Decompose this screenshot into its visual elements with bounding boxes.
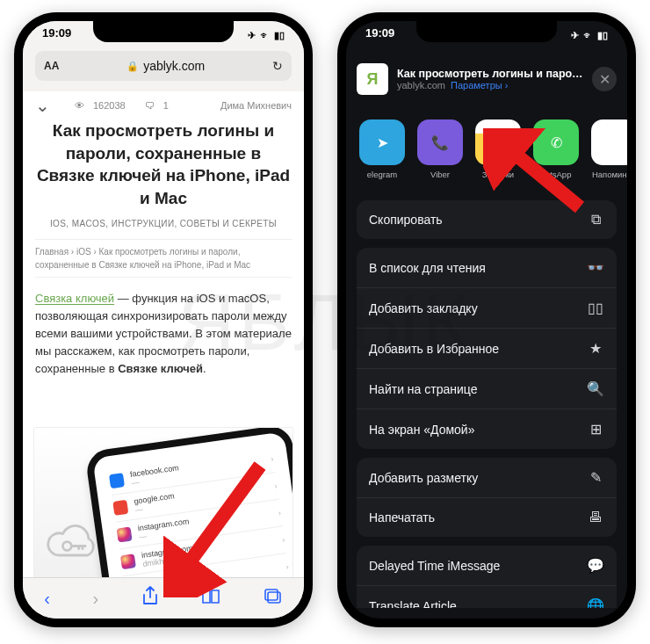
screen-right: 19:09 ✈ ᯤ ▮▯ Я Как просмотреть логины и … <box>346 21 627 619</box>
share-sheet-header: Я Как просмотреть логины и пароли,... ya… <box>357 63 617 95</box>
svg-rect-1 <box>268 592 280 603</box>
share-app-reminders[interactable]: ⋮ Напоминан <box>589 119 627 179</box>
chevron-right-icon: › <box>282 535 285 544</box>
categories: IOS, MACOS, ИНСТРУКЦИИ, СОВЕТЫ И СЕКРЕТЫ <box>35 219 292 228</box>
airplane-icon: ✈ <box>571 30 579 41</box>
inline-image: facebook.com— › google.com— › instagram.… <box>33 427 293 578</box>
notes-icon <box>475 119 521 165</box>
action-copy-group: Скопировать ⧉ <box>357 200 617 239</box>
views-count: 162038 <box>93 100 126 111</box>
article-title: Как просмотреть логины и пароли, сохране… <box>35 119 292 210</box>
comments-icon: 🗨 <box>145 100 155 111</box>
views-icon: 👁 <box>75 100 84 111</box>
viber-icon: 📞 <box>417 119 463 165</box>
battery-icon: ▮▯ <box>597 30 608 41</box>
site-icon <box>112 500 128 516</box>
home-icon: ⊞ <box>587 421 604 438</box>
action-group-1: В список для чтения 👓Добавить закладку ▯… <box>357 248 617 449</box>
chevron-right-icon: › <box>274 481 278 490</box>
action-label: Translate Article <box>369 599 457 609</box>
action-print[interactable]: Напечатать 🖶 <box>357 497 617 537</box>
action-find[interactable]: Найти на странице 🔍 <box>357 368 617 409</box>
chevron-right-icon: › <box>271 454 274 463</box>
tabs-icon[interactable] <box>264 588 283 610</box>
share-thumbnail: Я <box>357 63 388 95</box>
telegram-icon: ➤ <box>359 119 405 165</box>
bookmarks-icon[interactable] <box>201 589 220 609</box>
app-label: Напоминан <box>589 170 627 179</box>
action-label: Найти на странице <box>369 382 477 396</box>
share-app-whatsapp[interactable]: ✆ hatsApp <box>531 119 581 179</box>
phone-left-frame: 19:09 ✈ ᯤ ▮▯ AA 🔒 yablyk.com ↻ ⌄ 👁 1620 <box>14 12 313 627</box>
domain-label: yablyk.com <box>143 59 205 73</box>
markup-icon: ✎ <box>587 469 604 486</box>
action-readlist[interactable]: В список для чтения 👓 <box>357 248 617 287</box>
action-group-2: Добавить разметку ✎Напечатать 🖶 <box>357 458 617 537</box>
fav-icon: ★ <box>587 340 604 357</box>
share-icon[interactable] <box>141 586 159 611</box>
find-icon: 🔍 <box>587 380 604 397</box>
share-app-notes[interactable]: Заметки <box>473 119 524 179</box>
airplane-icon: ✈ <box>248 30 256 41</box>
forward-icon: › <box>92 589 98 609</box>
action-fav[interactable]: Добавить в Избранное ★ <box>357 328 617 368</box>
svg-rect-2 <box>265 590 278 600</box>
notch <box>416 21 557 42</box>
keychain-link[interactable]: Связка ключей <box>35 292 114 305</box>
action-home[interactable]: На экран «Домой» ⊞ <box>357 409 617 449</box>
back-icon[interactable]: ‹ <box>44 589 50 609</box>
action-label: Напечатать <box>369 510 435 525</box>
action-delayed[interactable]: Delayed Time iMessage 💬 <box>357 546 617 585</box>
screen-left: 19:09 ✈ ᯤ ▮▯ AA 🔒 yablyk.com ↻ ⌄ 👁 1620 <box>23 21 304 619</box>
aa-button[interactable]: AA <box>44 60 59 72</box>
close-icon[interactable]: ✕ <box>592 67 617 91</box>
share-apps-row[interactable]: ➤ elegram📞 Viber Заметки✆ hatsApp⋮ Напом… <box>346 119 627 179</box>
status-icons: ✈ ᯤ ▮▯ <box>571 26 608 44</box>
share-title: Как просмотреть логины и пароли,... <box>397 68 583 80</box>
action-markup[interactable]: Добавить разметку ✎ <box>357 458 617 497</box>
paragraph-bold: Связке ключей <box>118 362 203 375</box>
lock-icon: 🔒 <box>126 61 139 72</box>
phone-right-frame: 19:09 ✈ ᯤ ▮▯ Я Как просмотреть логины и … <box>337 12 636 627</box>
reminders-icon: ⋮ <box>591 119 627 165</box>
url-bar[interactable]: AA 🔒 yablyk.com ↻ <box>35 51 292 81</box>
action-label: На экран «Домой» <box>369 423 474 437</box>
whatsapp-icon: ✆ <box>533 119 579 165</box>
site-icon <box>117 527 133 543</box>
paragraph-dot: . <box>203 362 206 375</box>
meta-row: ⌄ 👁 162038 🗨 1 Дима Михневич <box>35 98 292 116</box>
wifi-icon: ᯤ <box>260 30 270 40</box>
comments-count: 1 <box>163 100 169 111</box>
page-content: ⌄ 👁 162038 🗨 1 Дима Михневич Как просмот… <box>23 91 304 578</box>
app-label: hatsApp <box>531 170 581 179</box>
app-label: Viber <box>415 170 466 179</box>
share-app-telegram[interactable]: ➤ elegram <box>357 119 408 179</box>
action-copy[interactable]: Скопировать ⧉ <box>357 200 617 239</box>
cloud-key-icon <box>41 521 103 565</box>
action-label: Добавить закладку <box>369 301 478 315</box>
action-label: В список для чтения <box>369 261 486 275</box>
action-label: Скопировать <box>369 213 443 227</box>
action-label: Добавить разметку <box>369 471 478 485</box>
copy-icon: ⧉ <box>587 212 604 228</box>
chevron-right-icon: › <box>285 562 289 571</box>
action-translate[interactable]: Translate Article 🌐 <box>357 585 617 608</box>
site-icon <box>109 473 125 488</box>
notch <box>93 21 234 42</box>
bookmark-icon: ▯▯ <box>587 300 604 316</box>
app-label: Заметки <box>473 170 524 179</box>
status-time: 19:09 <box>42 26 71 44</box>
readlist-icon: 👓 <box>587 259 604 276</box>
svg-point-0 <box>63 542 72 551</box>
action-bookmark[interactable]: Добавить закладку ▯▯ <box>357 287 617 328</box>
reload-icon[interactable]: ↻ <box>272 59 283 73</box>
chevron-right-icon: › <box>278 509 281 517</box>
delayed-icon: 💬 <box>587 557 604 574</box>
action-label: Delayed Time iMessage <box>369 559 500 573</box>
breadcrumb[interactable]: Главная › iOS › Как просмотреть логины и… <box>35 239 292 278</box>
battery-icon: ▮▯ <box>274 30 285 41</box>
share-params[interactable]: Параметры › <box>451 80 508 90</box>
translate-icon: 🌐 <box>587 597 604 608</box>
share-app-viber[interactable]: 📞 Viber <box>415 119 466 179</box>
expand-toggle[interactable]: ⌄ <box>35 102 50 109</box>
